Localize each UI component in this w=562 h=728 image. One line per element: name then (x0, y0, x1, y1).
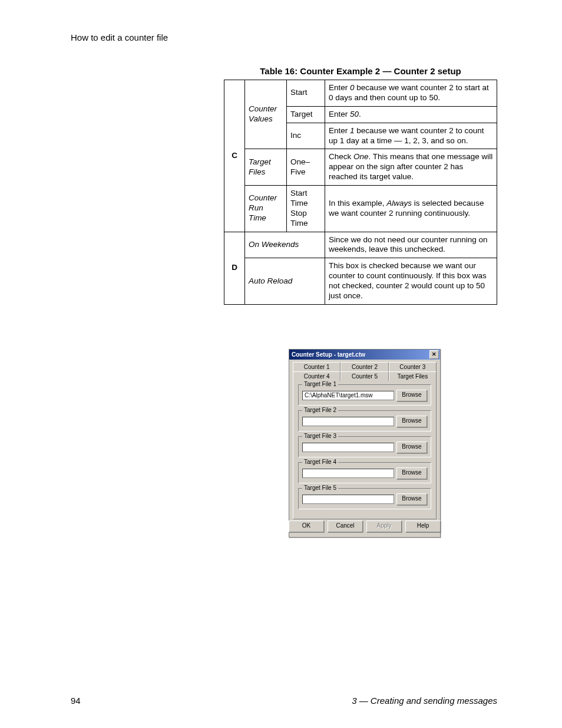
dialog-title: Counter Setup - target.ctw (292, 351, 365, 358)
text: Check (329, 152, 353, 161)
start-label: Start (287, 80, 325, 107)
target-file-2-group: Target File 2 Browse (298, 410, 431, 431)
page-number: 94 (71, 696, 81, 706)
target-file-3-label: Target File 3 (302, 433, 338, 439)
text-italic: 0 (350, 83, 355, 92)
browse-button-1[interactable]: Browse (396, 390, 427, 401)
target-file-5-group: Target File 5 Browse (298, 488, 431, 509)
text-italic: 1 (350, 126, 355, 135)
table-caption: Table 16: Counter Example 2 — Counter 2 … (224, 66, 497, 76)
row-letter-d: D (224, 232, 245, 304)
text-italic: 50 (350, 110, 359, 118)
page-footer: 94 3 — Creating and sending messages (71, 696, 497, 706)
text: In this example, (329, 199, 386, 207)
chapter-title: 3 — Creating and sending messages (352, 696, 497, 706)
target-files-panel: Target File 1 C:\AlphaNET\target1.msw Br… (293, 380, 437, 519)
target-file-3-input[interactable] (302, 443, 394, 452)
target-file-1-group: Target File 1 C:\AlphaNET\target1.msw Br… (298, 384, 431, 406)
target-file-5-label: Target File 5 (302, 485, 338, 491)
target-files-desc: Check One. This means that one message w… (325, 149, 497, 186)
target-file-1-input[interactable]: C:\AlphaNET\target1.msw (302, 391, 394, 400)
counter-table: C Counter Values Start Enter 0 because w… (224, 80, 497, 305)
target-file-5-input[interactable] (302, 495, 394, 504)
browse-button-2[interactable]: Browse (396, 416, 427, 427)
text: Enter (329, 126, 350, 135)
tab-counter-3[interactable]: Counter 3 (389, 362, 437, 371)
browse-button-5[interactable]: Browse (396, 493, 427, 505)
target-file-3-group: Target File 3 Browse (298, 436, 431, 457)
browse-button-3[interactable]: Browse (396, 442, 427, 453)
target-file-2-label: Target File 2 (302, 407, 338, 413)
target-file-4-input[interactable] (302, 469, 394, 478)
tab-counter-5[interactable]: Counter 5 (340, 371, 388, 381)
weekends-desc: Since we do not need our counter running… (325, 232, 497, 258)
target-desc: Enter 50. (325, 106, 497, 123)
target-file-4-label: Target File 4 (302, 459, 338, 465)
target-files-label: Target Files (245, 149, 287, 186)
ok-button[interactable]: OK (289, 521, 324, 532)
dialog-titlebar: Counter Setup - target.ctw ✕ (289, 349, 441, 360)
auto-reload-label: Auto Reload (245, 258, 325, 305)
section-title: How to edit a counter file (71, 32, 497, 42)
apply-button[interactable]: Apply (366, 521, 402, 532)
dialog-buttons: OK Cancel Apply Help (293, 521, 437, 532)
crt-desc: In this example, Always is selected beca… (325, 186, 497, 232)
browse-button-4[interactable]: Browse (396, 467, 427, 479)
inc-label: Inc (287, 123, 325, 149)
start-desc: Enter 0 because we want counter 2 to sta… (325, 80, 497, 107)
crt-col: Start Time Stop Time (287, 186, 325, 232)
tab-target-files[interactable]: Target Files (389, 371, 437, 381)
crt-label: Counter Run Time (245, 186, 287, 232)
row-letter-c: C (224, 80, 245, 232)
inc-desc: Enter 1 because we want counter 2 to cou… (325, 123, 497, 149)
target-files-col: One–Five (287, 149, 325, 186)
tab-counter-4[interactable]: Counter 4 (293, 371, 340, 381)
tab-strip: Counter 4 Counter 5 Target Files Counter… (293, 362, 437, 381)
target-label: Target (287, 106, 325, 123)
close-icon: ✕ (432, 352, 437, 357)
cancel-button[interactable]: Cancel (328, 521, 363, 532)
text-italic: One (353, 152, 369, 161)
target-file-1-label: Target File 1 (302, 381, 338, 387)
counter-values-label: Counter Values (245, 80, 287, 149)
tab-counter-2[interactable]: Counter 2 (340, 362, 388, 371)
close-button[interactable]: ✕ (429, 350, 439, 359)
help-button[interactable]: Help (405, 521, 441, 532)
text: Enter (329, 83, 350, 92)
tab-counter-1[interactable]: Counter 1 (293, 362, 340, 371)
text: . (359, 110, 361, 118)
weekends-label: On Weekends (245, 232, 325, 258)
target-file-4-group: Target File 4 Browse (298, 462, 431, 483)
target-file-2-input[interactable] (302, 417, 394, 426)
text: Enter (329, 110, 350, 118)
text-italic: Always (386, 199, 412, 207)
auto-reload-desc: This box is checked because we want our … (325, 258, 497, 305)
counter-setup-dialog: Counter Setup - target.ctw ✕ Counter 4 C… (289, 349, 441, 538)
